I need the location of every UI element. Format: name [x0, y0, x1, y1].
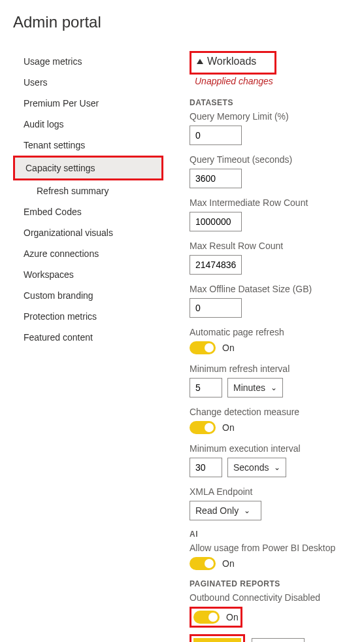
- outbound-toggle[interactable]: [193, 611, 220, 624]
- query-timeout-label: Query Timeout (seconds): [190, 154, 364, 165]
- sidebar-item-protection-metrics[interactable]: Protection metrics: [13, 306, 163, 327]
- query-memory-input[interactable]: [190, 126, 242, 145]
- sidebar-item-audit-logs[interactable]: Audit logs: [13, 114, 163, 135]
- max-result-input[interactable]: [190, 255, 242, 275]
- datasets-group-label: DATASETS: [190, 98, 364, 107]
- max-intermediate-label: Max Intermediate Row Count: [190, 197, 364, 208]
- min-exec-label: Minimum execution interval: [190, 443, 364, 454]
- min-refresh-label: Minimum refresh interval: [190, 363, 364, 374]
- change-detect-toggle[interactable]: [190, 421, 216, 434]
- apply-button[interactable]: Apply: [193, 638, 241, 642]
- sidebar-item-workspaces[interactable]: Workspaces: [13, 264, 163, 285]
- xmla-select[interactable]: Read Only ⌄: [190, 501, 261, 520]
- sidebar-item-usage-metrics[interactable]: Usage metrics: [13, 51, 163, 72]
- workloads-section-toggle[interactable]: Workloads: [191, 53, 261, 70]
- sidebar-item-organizational-visuals[interactable]: Organizational visuals: [13, 222, 163, 243]
- page-title: Admin portal: [13, 13, 364, 31]
- sidebar-item-featured-content[interactable]: Featured content: [13, 327, 163, 348]
- min-exec-input[interactable]: [190, 458, 222, 477]
- sidebar-item-embed-codes[interactable]: Embed Codes: [13, 201, 163, 222]
- unapplied-changes-label: Unapplied changes: [190, 76, 364, 86]
- auto-refresh-label: Automatic page refresh: [190, 327, 364, 337]
- chevron-down-icon: ⌄: [271, 383, 277, 392]
- outbound-label: Outbound Connectivity Disabled: [190, 592, 364, 603]
- min-refresh-unit-select[interactable]: Minutes ⌄: [227, 378, 283, 397]
- max-offline-input[interactable]: [190, 298, 242, 318]
- allow-desktop-toggle[interactable]: [190, 557, 216, 570]
- allow-desktop-label: Allow usage from Power BI Desktop: [190, 543, 364, 553]
- auto-refresh-toggle[interactable]: [190, 341, 216, 354]
- sidebar-item-tenant-settings[interactable]: Tenant settings: [13, 135, 163, 156]
- min-exec-unit-select[interactable]: Seconds ⌄: [227, 458, 286, 477]
- xmla-label: XMLA Endpoint: [190, 486, 364, 497]
- max-result-label: Max Result Row Count: [190, 241, 364, 251]
- content-pane: Workloads Unapplied changes DATASETS Que…: [190, 51, 364, 642]
- sidebar-item-premium-per-user[interactable]: Premium Per User: [13, 93, 163, 114]
- sidebar: Usage metrics Users Premium Per User Aud…: [13, 51, 163, 642]
- outbound-state: On: [226, 612, 239, 622]
- ai-group-label: AI: [190, 530, 364, 539]
- auto-refresh-state: On: [222, 343, 235, 353]
- discard-button[interactable]: Discard: [252, 638, 305, 642]
- paginated-group-label: PAGINATED REPORTS: [190, 579, 364, 588]
- collapse-icon: [197, 59, 203, 64]
- xmla-value: Read Only: [195, 505, 239, 516]
- min-refresh-input[interactable]: [190, 378, 222, 397]
- chevron-down-icon: ⌄: [244, 506, 250, 515]
- change-detect-state: On: [222, 422, 235, 433]
- sidebar-item-azure-connections[interactable]: Azure connections: [13, 243, 163, 264]
- sidebar-item-capacity-settings[interactable]: Capacity settings: [15, 158, 161, 178]
- max-intermediate-input[interactable]: [190, 212, 242, 231]
- max-offline-label: Max Offline Dataset Size (GB): [190, 284, 364, 294]
- sidebar-item-users[interactable]: Users: [13, 72, 163, 93]
- query-memory-label: Query Memory Limit (%): [190, 111, 364, 122]
- query-timeout-input[interactable]: [190, 169, 242, 188]
- change-detect-label: Change detection measure: [190, 407, 364, 417]
- sidebar-item-custom-branding[interactable]: Custom branding: [13, 285, 163, 306]
- workloads-title: Workloads: [207, 56, 256, 67]
- sidebar-item-refresh-summary[interactable]: Refresh summary: [13, 180, 163, 201]
- min-exec-unit-value: Seconds: [233, 462, 269, 473]
- chevron-down-icon: ⌄: [274, 463, 280, 472]
- allow-desktop-state: On: [222, 558, 235, 569]
- min-refresh-unit-value: Minutes: [233, 382, 265, 393]
